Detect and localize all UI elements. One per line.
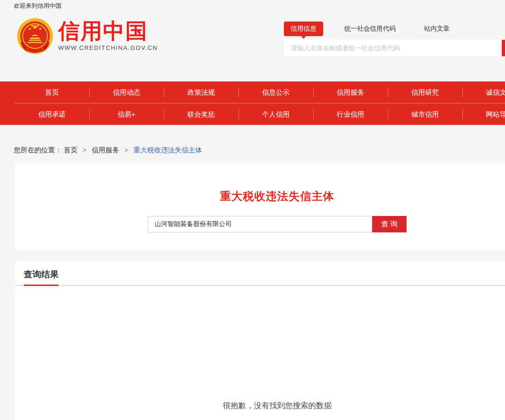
- breadcrumb: 您所在的位置： 首页 > 信用服务 > 重大税收违法失信主体: [0, 125, 505, 155]
- nav-item-personal-credit[interactable]: 个人信用: [239, 103, 313, 125]
- main-nav: 首页 信用动态 政策法规 信息公示 信用服务 信用研究 诚信文化 信用承诺 信易…: [0, 81, 505, 125]
- nav-item-credit-research[interactable]: 信用研究: [388, 81, 462, 103]
- site-url: WWW.CREDITCHINA.GOV.CN: [58, 44, 157, 51]
- header-search-input[interactable]: [284, 39, 502, 56]
- nav-item-policies[interactable]: 政策法规: [164, 81, 239, 103]
- nav-row-2: 信用承诺 信易+ 联合奖惩 个人信用 行业信用 城市信用 网站导航: [15, 103, 505, 125]
- search-tabs: 信用信息 统一社会信用代码 站内文章: [284, 22, 505, 36]
- nav-item-home[interactable]: 首页: [15, 81, 89, 103]
- site-header: 信用中国 WWW.CREDITCHINA.GOV.CN 信用信息 统一社会信用代…: [0, 11, 505, 81]
- nav-item-integrity-culture[interactable]: 诚信文化: [462, 81, 505, 103]
- breadcrumb-current[interactable]: 重大税收违法失信主体: [133, 146, 202, 154]
- results-heading: 查询结果: [24, 269, 59, 286]
- query-row: 查 询: [15, 216, 505, 232]
- nav-item-credit-services[interactable]: 信用服务: [313, 81, 388, 103]
- nav-item-credit-commitment[interactable]: 信用承诺: [15, 103, 89, 125]
- breadcrumb-separator: >: [82, 146, 87, 154]
- nav-item-xinyi-plus[interactable]: 信易+: [89, 103, 164, 125]
- nav-item-industry-credit[interactable]: 行业信用: [313, 103, 388, 125]
- logo-text: 信用中国 WWW.CREDITCHINA.GOV.CN: [58, 17, 157, 51]
- welcome-bar: 欢迎来到信用中国: [0, 0, 505, 11]
- query-button[interactable]: 查 询: [372, 216, 407, 232]
- tab-credit-info-label: 信用信息: [291, 25, 316, 32]
- breadcrumb-home[interactable]: 首页: [64, 146, 77, 154]
- nav-item-site-map[interactable]: 网站导航: [462, 103, 505, 125]
- results-header: 查询结果: [15, 261, 505, 286]
- page-title: 重大税收违法失信主体: [15, 163, 505, 204]
- empty-result-message: 很抱歉，没有找到您搜索的数据: [15, 286, 505, 411]
- breadcrumb-section[interactable]: 信用服务: [92, 146, 119, 154]
- breadcrumb-prefix: 您所在的位置：: [14, 146, 62, 154]
- header-search-area: 信用信息 统一社会信用代码 站内文章: [284, 22, 505, 36]
- breadcrumb-separator: >: [124, 146, 128, 154]
- tab-credit-info[interactable]: 信用信息: [284, 22, 323, 36]
- nav-item-info-disclosure[interactable]: 信息公示: [239, 81, 313, 103]
- welcome-text: 欢迎来到信用中国: [14, 2, 61, 9]
- site-logo[interactable]: 信用中国 WWW.CREDITCHINA.GOV.CN: [15, 17, 157, 57]
- nav-item-joint-reward-punish[interactable]: 联合奖惩: [164, 103, 239, 125]
- entity-search-input[interactable]: [148, 216, 372, 232]
- site-name: 信用中国: [58, 19, 157, 43]
- tab-site-articles[interactable]: 站内文章: [424, 25, 450, 33]
- tab-pointer-triangle: [301, 36, 306, 39]
- header-search-button[interactable]: [502, 40, 505, 56]
- page: 欢迎来到信用中国: [0, 0, 505, 420]
- query-card: 重大税收违法失信主体 查 询: [15, 163, 505, 250]
- nav-item-city-credit[interactable]: 城市信用: [388, 103, 462, 125]
- national-emblem-icon: [15, 17, 55, 57]
- nav-row-1: 首页 信用动态 政策法规 信息公示 信用服务 信用研究 诚信文化: [15, 81, 505, 103]
- results-card: 查询结果 很抱歉，没有找到您搜索的数据: [15, 261, 505, 420]
- nav-item-credit-news[interactable]: 信用动态: [89, 81, 164, 103]
- tab-social-credit-code[interactable]: 统一社会信用代码: [344, 25, 396, 33]
